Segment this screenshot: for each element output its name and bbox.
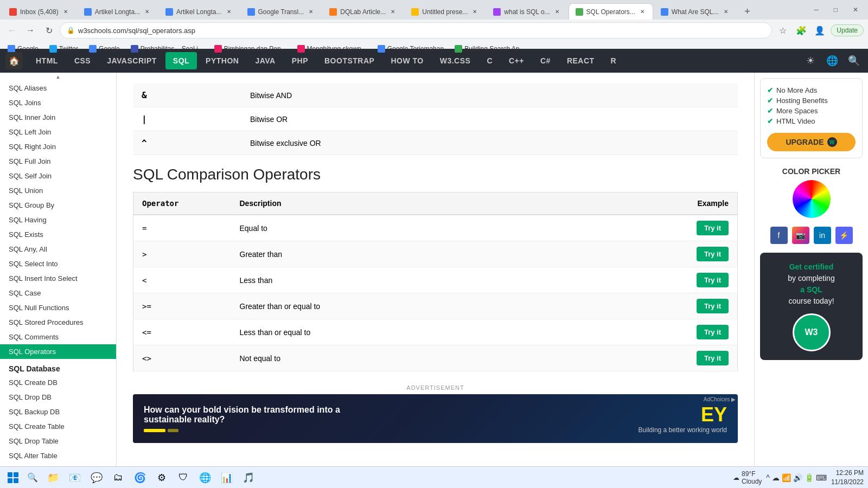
theme-toggle-button[interactable]: ☀ — [802, 52, 819, 69]
sidebar-item-sql-joins[interactable]: SQL Joins — [0, 95, 116, 110]
tab-close-button[interactable]: ✕ — [553, 8, 561, 16]
taskbar-excel[interactable]: 📊 — [217, 468, 237, 487]
try-it-button[interactable]: Try it — [697, 351, 729, 365]
tab-close-button[interactable]: ✕ — [225, 8, 233, 16]
nav-item-w3.css[interactable]: W3.CSS — [432, 52, 478, 69]
tab-close-button[interactable]: ✕ — [143, 8, 151, 16]
sidebar-item-sql-group-by[interactable]: SQL Group By — [0, 198, 116, 213]
minimize-button[interactable]: ─ — [806, 0, 826, 20]
system-clock[interactable]: 12:26 PM 11/18/2022 — [831, 468, 864, 487]
address-bar[interactable]: 🔒 w3schools.com/sql/sql_operators.asp — [60, 22, 772, 38]
facebook-icon[interactable]: f — [770, 227, 788, 244]
sidebar-item-sql-self-join[interactable]: SQL Self Join — [0, 169, 116, 183]
sidebar-item-sql-exists[interactable]: SQL Exists — [0, 227, 116, 242]
try-it-button[interactable]: Try it — [697, 273, 729, 287]
sidebar-item-sql-stored-procedures[interactable]: SQL Stored Procedures — [0, 315, 116, 330]
new-tab-button[interactable]: + — [739, 3, 756, 20]
try-it-button[interactable]: Try it — [697, 221, 729, 235]
reload-button[interactable]: ↻ — [41, 23, 56, 38]
sidebar-item-sql-null-functions[interactable]: SQL Null Functions — [0, 300, 116, 315]
tab-close-button[interactable]: ✕ — [722, 8, 730, 16]
sidebar-item-sql-right-join[interactable]: SQL Right Join — [0, 139, 116, 154]
taskbar-search-button[interactable]: 🔍 — [24, 469, 41, 486]
sidebar-item-sql-having[interactable]: SQL Having — [0, 213, 116, 227]
sidebar-db-item-sql-alter-table[interactable]: SQL Alter Table — [0, 448, 116, 463]
nav-item-c++[interactable]: C++ — [501, 52, 532, 69]
taskbar-edge[interactable]: 🌀 — [130, 468, 150, 487]
nav-item-sql[interactable]: SQL — [165, 52, 197, 69]
taskbar-settings[interactable]: ⚙ — [152, 468, 171, 487]
nav-item-javascript[interactable]: JAVASCRIPT — [99, 52, 164, 69]
sidebar-db-item-sql-drop-table[interactable]: SQL Drop Table — [0, 434, 116, 448]
nav-item-python[interactable]: PYTHON — [198, 52, 246, 69]
taskbar-teams[interactable]: 💬 — [87, 468, 106, 487]
taskbar-files[interactable]: 🗂 — [108, 468, 128, 487]
sidebar-db-item-sql-drop-db[interactable]: SQL Drop DB — [0, 390, 116, 404]
sidebar-item-sql-operators[interactable]: SQL Operators — [0, 344, 116, 359]
close-button[interactable]: ✕ — [845, 0, 866, 20]
maximize-button[interactable]: □ — [826, 0, 845, 20]
sidebar-item-sql-case[interactable]: SQL Case — [0, 286, 116, 300]
forward-button[interactable]: → — [23, 23, 38, 38]
start-button[interactable] — [4, 469, 22, 486]
ad-banner[interactable]: How can your bold vision be transformed … — [133, 394, 738, 443]
sidebar-db-item-sql-backup-db[interactable]: SQL Backup DB — [0, 404, 116, 419]
sidebar-db-item-sql-create-table[interactable]: SQL Create Table — [0, 419, 116, 434]
system-icon-network[interactable]: 📶 — [782, 473, 791, 482]
sidebar-db-item-sql-create-db[interactable]: SQL Create DB — [0, 375, 116, 390]
system-icon-arrow[interactable]: ^ — [766, 473, 770, 482]
scroll-up-indicator[interactable]: ▲ — [0, 73, 116, 81]
sidebar-item-sql-full-join[interactable]: SQL Full Join — [0, 154, 116, 169]
browser-tab-tab5[interactable]: DQLab Article... ✕ — [322, 3, 404, 20]
nav-item-how-to[interactable]: HOW TO — [383, 52, 431, 69]
sidebar-item-sql-insert-into-select[interactable]: SQL Insert Into Select — [0, 271, 116, 286]
nav-item-react[interactable]: REACT — [559, 52, 602, 69]
taskbar-mail[interactable]: 📧 — [65, 468, 85, 487]
discord-icon[interactable]: ⚡ — [835, 227, 853, 244]
sidebar-item-sql-inner-join[interactable]: SQL Inner Join — [0, 110, 116, 125]
tab-close-button[interactable]: ✕ — [389, 8, 397, 16]
nav-item-css[interactable]: CSS — [67, 52, 98, 69]
linkedin-icon[interactable]: in — [814, 227, 831, 244]
extension-button[interactable]: 🧩 — [794, 23, 809, 38]
try-it-button[interactable]: Try it — [697, 299, 729, 313]
sidebar-item-sql-aliases[interactable]: SQL Aliases — [0, 81, 116, 95]
upgrade-button[interactable]: UPGRADE W — [767, 133, 856, 151]
color-wheel[interactable] — [793, 180, 831, 218]
globe-button[interactable]: 🌐 — [824, 52, 841, 69]
browser-tab-tab3[interactable]: Artikel Longta... ✕ — [158, 3, 239, 20]
nav-item-html[interactable]: HTML — [28, 52, 66, 69]
keyboard-icon[interactable]: ⌨ — [816, 473, 827, 482]
sidebar-item-sql-union[interactable]: SQL Union — [0, 183, 116, 198]
browser-tab-tab1[interactable]: Inbox (5,408) ✕ — [2, 3, 76, 20]
star-button[interactable]: ☆ — [775, 23, 790, 38]
nav-item-java[interactable]: JAVA — [247, 52, 283, 69]
nav-item-c[interactable]: C — [479, 52, 500, 69]
sidebar-item-sql-select-into[interactable]: SQL Select Into — [0, 256, 116, 271]
browser-tab-tab8[interactable]: SQL Operators... ✕ — [569, 3, 653, 20]
browser-tab-tab2[interactable]: Artikel Longta... ✕ — [77, 3, 158, 20]
nav-item-r[interactable]: R — [603, 52, 624, 69]
system-icon-battery[interactable]: 🔋 — [805, 473, 814, 482]
taskbar-file-explorer[interactable]: 📁 — [43, 468, 63, 487]
browser-tab-tab9[interactable]: What Are SQL... ✕ — [654, 3, 737, 20]
instagram-icon[interactable]: 📷 — [792, 227, 809, 244]
profile-button[interactable]: 👤 — [812, 23, 827, 38]
system-icon-cloud[interactable]: ☁ — [772, 473, 780, 482]
back-button[interactable]: ← — [4, 23, 20, 38]
taskbar-chrome[interactable]: 🌐 — [195, 468, 215, 487]
taskbar-antivirus[interactable]: 🛡 — [174, 468, 193, 487]
tab-close-button[interactable]: ✕ — [639, 8, 646, 16]
home-button[interactable]: 🏠 — [5, 52, 23, 69]
tab-close-button[interactable]: ✕ — [471, 8, 478, 16]
nav-item-php[interactable]: PHP — [284, 52, 316, 69]
sidebar-item-sql-left-join[interactable]: SQL Left Join — [0, 125, 116, 139]
update-button[interactable]: Update — [831, 24, 864, 36]
nav-item-bootstrap[interactable]: BOOTSTRAP — [317, 52, 382, 69]
system-icon-sound[interactable]: 🔊 — [793, 473, 802, 482]
browser-tab-tab7[interactable]: what is SQL o... ✕ — [486, 3, 567, 20]
try-it-button[interactable]: Try it — [697, 325, 729, 339]
tab-close-button[interactable]: ✕ — [62, 8, 69, 16]
taskbar-music[interactable]: 🎵 — [239, 468, 258, 487]
try-it-button[interactable]: Try it — [697, 247, 729, 261]
